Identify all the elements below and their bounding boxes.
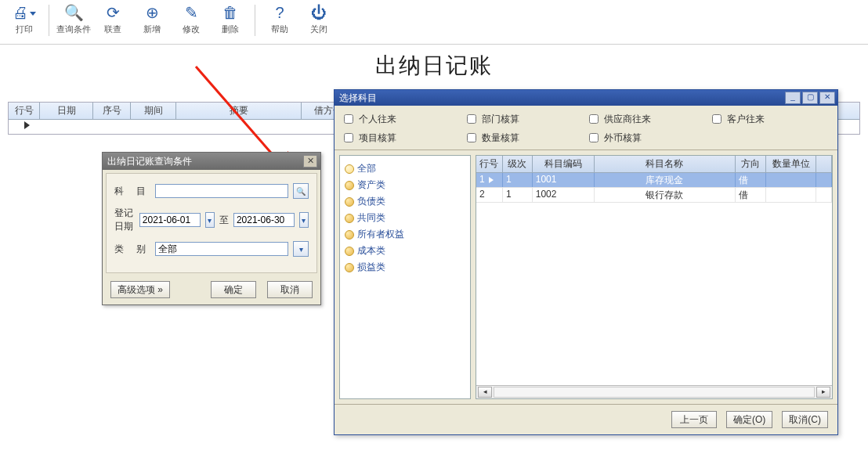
toolbar-help-label: 帮助 [260,23,299,35]
tree-item-label: 负债类 [357,195,385,208]
filter-ok-button[interactable]: 确定 [211,281,256,298]
window-maximize-button[interactable]: ▢ [802,92,818,104]
date-to-dropdown[interactable]: ▾ [299,212,309,228]
folder-icon [345,197,354,207]
toolbar-delete-label: 删除 [211,23,250,35]
subject-grid-col-header[interactable] [816,156,832,172]
subject-grid-col-header[interactable]: 行号 [476,156,503,172]
search-icon: 🔍 [296,187,306,196]
subject-row[interactable]: 211002银行存款借 [476,188,832,203]
filter-dialog-title[interactable]: 出纳日记账查询条件 ✕ [103,153,320,170]
filter-dialog-close-button[interactable]: ✕ [303,155,317,168]
tree-item-label: 共同类 [357,211,385,225]
subject-cell: 2 [476,188,503,202]
tree-item-0[interactable]: 全部 [343,160,467,177]
grid-col-header[interactable]: 序号 [93,103,131,119]
tree-item-3[interactable]: 共同类 [343,210,467,226]
date-from-dropdown[interactable]: ▾ [205,212,215,228]
toolbar-help-button[interactable]: ?帮助 [260,3,299,35]
filter-checkbox-2[interactable]: 供应商往来 [586,112,709,126]
subject-grid-col-header[interactable]: 科目编码 [533,156,595,172]
subject-window-titlebar[interactable]: 选择科目 _ ▢ ✕ [335,90,837,106]
query-icon: 🔍 [54,3,93,22]
checkbox-input[interactable] [344,133,353,142]
toolbar-delete-button[interactable]: 🗑删除 [211,3,250,35]
filter-checkbox-5[interactable]: 数量核算 [464,131,587,145]
subject-row[interactable]: 1 11001库存现金借 [476,173,832,188]
grid-col-header[interactable]: 期间 [131,103,176,119]
toolbar-close-button[interactable]: ⏻关闭 [299,3,338,35]
filter-cancel-button[interactable]: 取消 [267,281,313,298]
subject-grid-hscrollbar[interactable]: ◂ ▸ [476,385,832,398]
checkbox-input[interactable] [467,114,476,124]
subject-lookup-button[interactable]: 🔍 [293,183,309,199]
chevron-down-icon [30,12,36,16]
toolbar-query-label: 查询条件 [54,23,93,35]
filter-checkbox-3[interactable]: 客户往来 [709,112,832,126]
advanced-options-button[interactable]: 高级选项 » [110,281,170,298]
toolbar-edit-button[interactable]: ✎修改 [172,3,211,35]
checkbox-input[interactable] [467,133,476,142]
grid-col-header[interactable]: 行号 [9,103,40,119]
filter-dialog: 出纳日记账查询条件 ✕ 科目 🔍 登记日期 ▾ 至 ▾ 类别 [102,152,321,305]
tree-item-2[interactable]: 负债类 [343,193,467,210]
new-icon: ⊕ [132,3,172,22]
checkbox-label: 部门核算 [482,113,519,126]
toolbar-refresh-label: 联查 [93,23,132,35]
subject-grid-col-header[interactable]: 级次 [503,156,533,172]
type-label: 类别 [114,243,150,256]
filter-checkbox-4[interactable]: 项目核算 [341,131,464,145]
grid-col-header[interactable]: 摘要 [176,103,302,119]
tree-item-label: 资产类 [357,178,385,192]
tree-item-label: 成本类 [357,244,385,258]
subject-label: 科目 [114,185,150,198]
checkbox-label: 客户往来 [727,113,765,126]
close-icon: ⏻ [299,3,338,22]
tree-item-5[interactable]: 成本类 [343,243,467,259]
checkbox-input[interactable] [712,114,722,124]
type-select[interactable] [155,242,288,256]
subject-cell: 1 [503,188,533,202]
subject-grid-col-header[interactable]: 数量单位 [766,156,816,172]
checkbox-input[interactable] [589,114,599,124]
subject-ok-button[interactable]: 确定(O) [726,411,772,428]
filter-checkbox-0[interactable]: 个人往来 [341,112,464,126]
print-icon: 🖨 [5,3,44,22]
subject-grid-col-header[interactable]: 科目名称 [595,156,735,172]
date-to-input[interactable] [233,213,295,227]
chevron-down-icon: ▾ [299,245,303,254]
grid-col-header[interactable]: 日期 [40,103,93,119]
subject-prev-button[interactable]: 上一页 [671,411,717,428]
window-close-button[interactable]: ✕ [819,92,835,104]
scroll-right-button[interactable]: ▸ [816,387,830,398]
tree-item-1[interactable]: 资产类 [343,177,467,193]
date-from-input[interactable] [139,213,201,227]
type-dropdown[interactable]: ▾ [293,241,309,257]
help-icon: ? [260,3,299,22]
subject-select-window: 选择科目 _ ▢ ✕ 个人往来部门核算供应商往来客户往来项目核算数量核算外币核算… [334,89,838,435]
subject-cell [766,188,816,202]
subject-category-tree[interactable]: 全部资产类负债类共同类所有者权益成本类损益类 [339,155,471,399]
subject-grid[interactable]: 行号级次科目编码科目名称方向数量单位 1 11001库存现金借211002银行存… [476,155,833,399]
subject-input[interactable] [155,184,288,198]
subject-cancel-button[interactable]: 取消(C) [782,411,828,428]
subject-cell [766,173,816,187]
subject-grid-col-header[interactable]: 方向 [736,156,767,172]
tree-item-4[interactable]: 所有者权益 [343,226,467,243]
toolbar-refresh-button[interactable]: ⟳联查 [93,3,132,35]
toolbar-print-button[interactable]: 🖨打印 [5,3,44,35]
subject-cell: 1 [476,173,503,187]
filter-checkbox-1[interactable]: 部门核算 [464,112,587,126]
scroll-left-button[interactable]: ◂ [478,387,492,398]
refresh-icon: ⟳ [93,3,132,22]
toolbar-close-label: 关闭 [299,23,338,35]
toolbar-query-button[interactable]: 🔍查询条件 [54,3,93,35]
scroll-track[interactable] [494,387,815,398]
tree-item-label: 损益类 [357,261,385,274]
checkbox-input[interactable] [344,114,353,124]
filter-checkbox-6[interactable]: 外币核算 [586,131,709,145]
window-minimize-button[interactable]: _ [785,92,801,104]
toolbar-new-button[interactable]: ⊕新增 [132,3,172,35]
tree-item-6[interactable]: 损益类 [343,259,467,276]
checkbox-input[interactable] [589,133,599,142]
